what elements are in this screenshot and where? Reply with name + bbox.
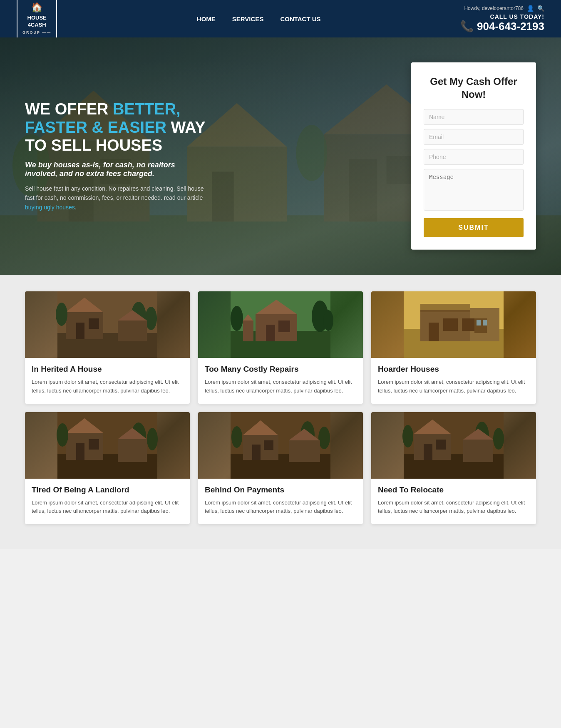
svg-rect-11 — [349, 159, 377, 221]
card-inherited-house: In Herited A House Lorem ipsum dolor sit… — [25, 291, 190, 404]
hero-body: Sell house fast in any condition. No rep… — [25, 184, 208, 212]
svg-point-60 — [147, 428, 158, 450]
site-header: 🏠 HOUSE4CASHGROUP —— HOME SERVICES CONTA… — [0, 0, 561, 37]
card-2-image — [198, 291, 363, 358]
svg-rect-51 — [483, 320, 487, 325]
svg-point-82 — [493, 428, 504, 450]
card-4-title: Tired Of Being A Landlord — [32, 485, 183, 494]
svg-rect-83 — [463, 440, 493, 462]
main-nav: HOME SERVICES CONTACT US — [197, 15, 321, 22]
svg-rect-72 — [289, 440, 320, 462]
card-4-body: Tired Of Being A Landlord Lorem ipsum do… — [25, 479, 190, 524]
cards-section: In Herited A House Lorem ipsum dolor sit… — [0, 275, 561, 549]
card-1-svg — [25, 291, 190, 358]
card-5-svg — [198, 412, 363, 479]
phone-row: 📞 904-643-2193 — [460, 20, 544, 33]
card-2-body: Too Many Costly Repairs Lorem ipsum dolo… — [198, 358, 363, 404]
svg-point-39 — [323, 310, 333, 331]
header-top-bar: Howdy, developerantor786 👤 🔍 — [460, 5, 544, 12]
logo-text: HOUSE4CASHGROUP —— — [22, 15, 51, 35]
message-input[interactable] — [424, 169, 524, 211]
nav-services[interactable]: SERVICES — [232, 15, 264, 22]
svg-point-80 — [402, 425, 413, 447]
svg-rect-35 — [243, 321, 253, 341]
card-6-title: Need To Relocate — [378, 485, 529, 494]
name-input[interactable] — [424, 109, 524, 125]
svg-rect-68 — [264, 440, 273, 450]
card-1-image — [25, 291, 190, 358]
svg-rect-57 — [89, 439, 99, 450]
svg-rect-22 — [89, 318, 99, 329]
card-2-text: Lorem ipsum dolor sit amet, consectetur … — [205, 378, 356, 395]
card-need-relocate: Need To Relocate Lorem ipsum dolor sit a… — [371, 412, 536, 524]
cash-offer-form-card: Get My Cash Offer Now! SUBMIT — [411, 62, 536, 250]
nav-home[interactable]: HOME — [197, 15, 216, 22]
card-3-title: Hoarder Houses — [378, 365, 529, 374]
card-5-image — [198, 412, 363, 479]
hero-body-link[interactable]: buying ugly houses — [25, 204, 75, 211]
nav-contact[interactable]: CONTACT US — [280, 15, 320, 22]
submit-button[interactable]: SUBMIT — [424, 218, 524, 237]
card-3-image — [371, 291, 536, 358]
cards-grid-row2: Tired Of Being A Landlord Lorem ipsum do… — [25, 412, 536, 524]
svg-rect-34 — [278, 321, 290, 332]
phone-number: 904-643-2193 — [477, 20, 544, 33]
svg-point-25 — [145, 307, 157, 330]
card-6-image — [371, 412, 536, 479]
svg-rect-26 — [118, 321, 147, 341]
svg-point-37 — [231, 306, 243, 331]
house-logo-icon: 🏠 — [22, 2, 51, 14]
user-greeting: Howdy, developerantor786 — [464, 5, 524, 11]
svg-rect-47 — [443, 318, 458, 331]
card-costly-repairs: Too Many Costly Repairs Lorem ipsum dolo… — [198, 291, 363, 404]
hero-headline: WE OFFER BETTER, FASTER & EASIER WAY TO … — [25, 100, 208, 155]
search-icon[interactable]: 🔍 — [537, 5, 544, 12]
avatar-icon: 👤 — [527, 5, 534, 12]
card-6-text: Lorem ipsum dolor sit amet, consectetur … — [378, 499, 529, 516]
card-3-text: Lorem ipsum dolor sit amet, consectetur … — [378, 378, 529, 395]
svg-rect-67 — [252, 445, 261, 460]
phone-input[interactable] — [424, 149, 524, 165]
card-2-title: Too Many Costly Repairs — [205, 365, 356, 374]
svg-rect-46 — [429, 323, 439, 341]
card-6-svg — [371, 412, 536, 479]
svg-rect-50 — [477, 320, 481, 325]
svg-rect-48 — [462, 318, 477, 331]
card-hoarder-houses: Hoarder Houses Lorem ipsum dolor sit ame… — [371, 291, 536, 404]
card-4-image — [25, 412, 190, 479]
card-3-svg — [371, 291, 536, 358]
svg-point-58 — [57, 423, 68, 447]
card-behind-payments: Behind On Payments Lorem ipsum dolor sit… — [198, 412, 363, 524]
hero-content: WE OFFER BETTER, FASTER & EASIER WAY TO … — [0, 84, 233, 229]
svg-rect-61 — [118, 439, 147, 462]
svg-rect-21 — [76, 323, 84, 339]
hero-body-text: Sell house fast in any condition. No rep… — [25, 185, 204, 201]
hero-section: WE OFFER BETTER, FASTER & EASIER WAY TO … — [0, 37, 561, 275]
svg-point-71 — [318, 427, 330, 449]
cards-grid-row1: In Herited A House Lorem ipsum dolor sit… — [25, 291, 536, 404]
card-2-svg — [198, 291, 363, 358]
svg-rect-44 — [420, 304, 470, 312]
svg-rect-31 — [256, 314, 297, 341]
hero-headline-part1: WE OFFER — [25, 100, 113, 118]
header-right: Howdy, developerantor786 👤 🔍 CALL US TOD… — [460, 5, 544, 33]
card-1-body: In Herited A House Lorem ipsum dolor sit… — [25, 358, 190, 404]
card-5-body: Behind On Payments Lorem ipsum dolor sit… — [198, 479, 363, 524]
svg-rect-79 — [436, 440, 446, 450]
card-6-body: Need To Relocate Lorem ipsum dolor sit a… — [371, 479, 536, 524]
svg-rect-78 — [424, 444, 432, 460]
card-4-svg — [25, 412, 190, 479]
svg-point-14 — [296, 125, 327, 181]
svg-point-69 — [231, 426, 242, 448]
card-5-title: Behind On Payments — [205, 485, 356, 494]
email-input[interactable] — [424, 129, 524, 145]
hero-body-end: . — [75, 204, 77, 211]
logo: 🏠 HOUSE4CASHGROUP —— — [17, 0, 57, 40]
card-5-text: Lorem ipsum dolor sit amet, consectetur … — [205, 499, 356, 516]
form-title: Get My Cash Offer Now! — [424, 75, 524, 101]
card-1-text: Lorem ipsum dolor sit amet, consectetur … — [32, 378, 183, 395]
svg-rect-33 — [266, 325, 275, 341]
call-label: CALL US TODAY! — [460, 13, 544, 20]
card-tired-landlord: Tired Of Being A Landlord Lorem ipsum do… — [25, 412, 190, 524]
card-1-title: In Herited A House — [32, 365, 183, 374]
